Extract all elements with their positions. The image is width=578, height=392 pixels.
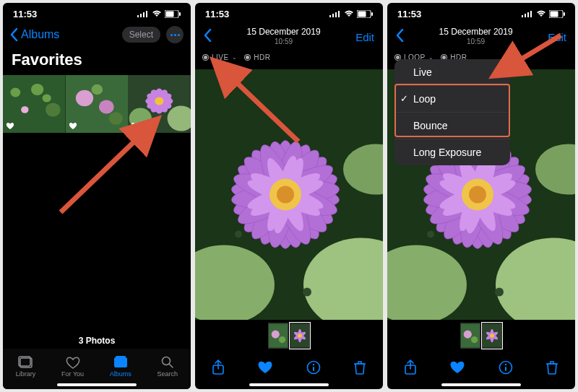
back-label: Albums xyxy=(21,28,59,41)
delete-button[interactable] xyxy=(545,360,558,378)
chevron-left-icon xyxy=(396,29,404,42)
menu-item-long-exposure[interactable]: Long Exposure xyxy=(394,139,510,165)
live-label: LIVE xyxy=(212,53,229,61)
svg-rect-38 xyxy=(335,12,337,17)
svg-rect-86 xyxy=(522,15,523,17)
clock: 11:53 xyxy=(205,9,229,19)
delete-button[interactable] xyxy=(353,360,366,378)
tab-for-you[interactable]: For You xyxy=(61,356,84,378)
select-button[interactable]: Select xyxy=(122,27,160,43)
screen-live-menu: 11:53 15 December 2019 10:59 Edit LOOP ⌄ xyxy=(387,3,575,389)
svg-rect-41 xyxy=(358,11,366,17)
share-button[interactable] xyxy=(404,360,417,378)
svg-point-14 xyxy=(76,90,93,106)
edit-button[interactable]: Edit xyxy=(355,31,374,43)
svg-rect-91 xyxy=(551,11,558,17)
tab-label: Library xyxy=(16,370,36,378)
svg-point-17 xyxy=(108,112,122,125)
info-icon xyxy=(306,360,321,375)
svg-point-130 xyxy=(490,334,494,338)
svg-point-12 xyxy=(43,94,51,102)
svg-point-8 xyxy=(10,88,20,97)
trash-icon xyxy=(353,360,366,375)
svg-rect-39 xyxy=(338,11,340,17)
favorite-button[interactable] xyxy=(449,360,465,378)
svg-point-15 xyxy=(99,100,114,113)
photo-count: 3 Photos xyxy=(3,336,191,346)
svg-point-10 xyxy=(46,103,61,116)
thumbnail-grid xyxy=(3,75,191,133)
battery-icon xyxy=(549,10,565,18)
tab-search[interactable]: Search xyxy=(158,356,178,378)
signal-icon xyxy=(329,10,341,17)
menu-item-label: Loop xyxy=(413,93,436,105)
filmstrip-thumb[interactable] xyxy=(290,323,310,349)
menu-item-loop[interactable]: ✓ Loop xyxy=(394,86,510,113)
svg-rect-31 xyxy=(114,357,127,367)
for-you-icon xyxy=(66,356,80,369)
status-bar: 11:53 xyxy=(3,3,191,25)
svg-rect-2 xyxy=(143,12,144,17)
menu-item-bounce[interactable]: Bounce xyxy=(394,113,510,139)
library-icon xyxy=(18,356,34,369)
share-button[interactable] xyxy=(212,360,225,378)
info-button[interactable] xyxy=(499,360,513,378)
svg-point-122 xyxy=(469,186,486,204)
menu-item-live[interactable]: Live xyxy=(394,59,510,86)
tab-albums[interactable]: Albums xyxy=(110,356,131,378)
date-text: 15 December 2019 xyxy=(212,27,355,38)
page-title: Favorites xyxy=(3,48,191,75)
svg-point-97 xyxy=(495,288,504,297)
svg-rect-0 xyxy=(137,15,139,17)
svg-rect-87 xyxy=(525,14,526,17)
photo-thumb[interactable] xyxy=(3,75,66,133)
share-icon xyxy=(404,360,417,375)
favorite-button[interactable] xyxy=(257,360,273,378)
svg-rect-6 xyxy=(179,12,181,16)
back-button[interactable] xyxy=(204,29,212,45)
svg-line-34 xyxy=(169,364,173,367)
svg-rect-36 xyxy=(329,15,331,17)
photo-date: 15 December 2019 10:59 xyxy=(404,27,548,45)
screen-photo-view: 11:53 15 December 2019 10:59 Edit LIVE ⌄ xyxy=(195,3,383,389)
more-button[interactable] xyxy=(166,26,184,43)
wifi-icon xyxy=(344,10,354,17)
albums-icon xyxy=(113,356,129,369)
svg-rect-84 xyxy=(313,367,314,371)
favorite-icon xyxy=(69,122,77,130)
filmstrip[interactable] xyxy=(387,323,575,350)
live-badge[interactable]: LIVE ⌄ xyxy=(202,53,237,61)
hdr-icon xyxy=(244,54,251,61)
hdr-label: HDR xyxy=(254,53,270,61)
back-albums[interactable]: Albums xyxy=(10,28,59,41)
menu-item-label: Live xyxy=(413,66,432,78)
photo-thumb[interactable] xyxy=(66,75,129,133)
filmstrip-thumb[interactable] xyxy=(460,323,480,349)
svg-point-75 xyxy=(279,336,285,343)
svg-rect-89 xyxy=(530,11,532,17)
photo-thumb[interactable] xyxy=(128,75,191,133)
clock: 11:53 xyxy=(397,9,421,19)
home-indicator[interactable] xyxy=(249,383,329,386)
svg-line-35 xyxy=(61,122,155,212)
info-button[interactable] xyxy=(306,360,321,378)
trash-icon xyxy=(545,360,558,375)
filmstrip-thumb[interactable] xyxy=(268,323,288,349)
status-icons xyxy=(522,10,565,18)
svg-rect-92 xyxy=(564,12,565,16)
time-text: 10:59 xyxy=(404,38,548,46)
tab-library[interactable]: Library xyxy=(16,356,36,378)
check-icon: ✓ xyxy=(400,93,408,104)
home-indicator[interactable] xyxy=(441,383,521,386)
time-text: 10:59 xyxy=(212,38,355,46)
back-button[interactable] xyxy=(396,29,404,45)
filmstrip-thumb[interactable] xyxy=(482,323,502,349)
svg-point-16 xyxy=(91,84,103,95)
svg-rect-88 xyxy=(527,12,529,17)
svg-point-11 xyxy=(21,106,28,113)
photo-viewer[interactable] xyxy=(195,69,383,320)
home-indicator[interactable] xyxy=(57,383,137,386)
svg-point-74 xyxy=(272,331,280,339)
edit-button[interactable]: Edit xyxy=(548,31,566,43)
filmstrip[interactable] xyxy=(195,323,383,350)
